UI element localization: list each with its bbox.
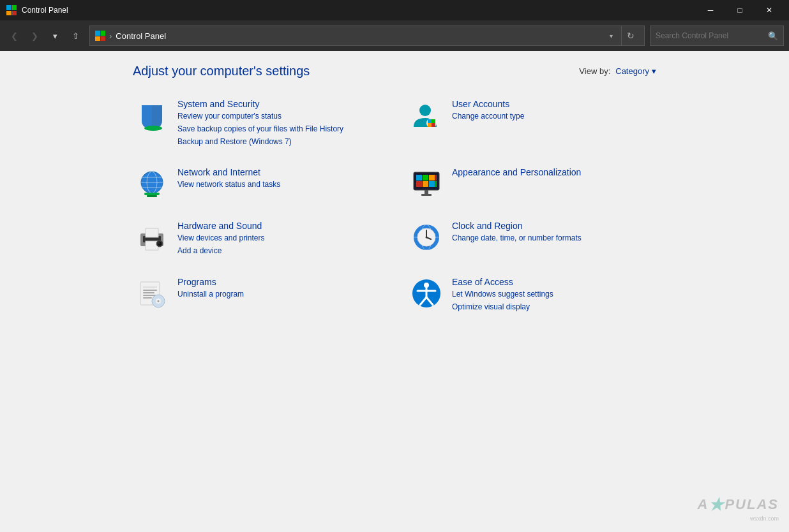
address-bar: › Control Panel ▾ ↻ <box>89 26 645 46</box>
title-bar: Control Panel ─ □ ✕ <box>0 0 789 20</box>
programs-link-1[interactable]: Uninstall a program <box>177 289 244 300</box>
category-ease-of-access: Ease of Access Let Windows suggest setti… <box>407 272 656 318</box>
hardware-sound-link-2[interactable]: Add a device <box>177 246 265 256</box>
network-internet-text: Network and Internet View network status… <box>177 167 280 190</box>
content-area: Adjust your computer's settings View by:… <box>107 51 682 330</box>
hardware-sound-link-1[interactable]: View devices and printers <box>177 233 265 244</box>
ease-of-access-link-2[interactable]: Optimize visual display <box>452 302 553 313</box>
svg-rect-11 <box>428 119 432 123</box>
window-controls: ─ □ ✕ <box>696 0 784 20</box>
svg-rect-3 <box>12 11 17 15</box>
svg-point-39 <box>158 242 160 244</box>
appearance-icon <box>410 167 443 200</box>
clock-region-icon <box>410 221 443 254</box>
system-security-link-3[interactable]: Backup and Restore (Windows 7) <box>177 137 343 147</box>
svg-rect-51 <box>143 295 156 296</box>
system-security-icon <box>135 99 169 132</box>
svg-rect-52 <box>143 297 152 299</box>
address-separator: › <box>109 31 112 41</box>
svg-rect-5 <box>101 31 105 36</box>
svg-rect-35 <box>146 228 158 237</box>
appearance-text: Appearance and Personalization <box>452 167 581 177</box>
system-security-text: System and Security Review your computer… <box>177 99 343 147</box>
address-bar-icon <box>95 31 105 41</box>
category-system-security: System and Security Review your computer… <box>133 94 382 152</box>
clock-region-link-1[interactable]: Change date, time, or number formats <box>452 233 582 244</box>
ease-of-access-text: Ease of Access Let Windows suggest setti… <box>452 277 553 313</box>
forward-button[interactable]: ❯ <box>26 27 43 45</box>
address-dropdown-button[interactable]: ▾ <box>605 29 617 42</box>
main-content: Adjust your computer's settings View by:… <box>0 51 789 532</box>
app-icon <box>6 5 17 15</box>
close-button[interactable]: ✕ <box>755 0 784 20</box>
clock-region-link[interactable]: Clock and Region <box>452 221 582 231</box>
refresh-button[interactable]: ↻ <box>621 26 639 46</box>
user-accounts-link-1[interactable]: Change account type <box>452 111 524 122</box>
programs-text: Programs Uninstall a program <box>177 277 244 300</box>
view-by-chevron-icon: ▾ <box>652 66 656 76</box>
svg-rect-24 <box>423 175 428 181</box>
page-title: Adjust your computer's settings <box>133 64 310 78</box>
header-row: Adjust your computer's settings View by:… <box>126 64 663 78</box>
svg-rect-23 <box>416 175 422 181</box>
view-by-value: Category <box>615 66 649 76</box>
system-security-link[interactable]: System and Security <box>177 99 343 109</box>
hardware-sound-text: Hardware and Sound View devices and prin… <box>177 221 265 256</box>
ease-of-access-link-1[interactable]: Let Windows suggest settings <box>452 289 553 300</box>
up-button[interactable]: ⇧ <box>66 27 84 45</box>
system-security-link-2[interactable]: Save backup copies of your files with Fi… <box>177 124 343 135</box>
svg-rect-4 <box>95 31 100 36</box>
svg-rect-50 <box>143 292 154 293</box>
svg-rect-28 <box>423 181 428 187</box>
svg-rect-49 <box>143 290 157 291</box>
svg-rect-14 <box>432 123 435 127</box>
nav-bar: ❮ ❯ ▾ ⇧ › Control Panel ▾ ↻ 🔍 <box>0 20 789 51</box>
category-network-internet: Network and Internet View network status… <box>133 162 382 205</box>
ease-of-access-link[interactable]: Ease of Access <box>452 277 553 287</box>
network-internet-link-1[interactable]: View network status and tasks <box>177 179 280 190</box>
hardware-sound-icon <box>135 221 169 254</box>
svg-rect-6 <box>95 36 100 41</box>
svg-rect-13 <box>428 123 432 127</box>
window-title: Control Panel <box>22 6 68 15</box>
address-text: Control Panel <box>116 31 601 41</box>
user-accounts-text: User Accounts Change account type <box>452 99 524 122</box>
minimize-button[interactable]: ─ <box>696 0 725 20</box>
appearance-link[interactable]: Appearance and Personalization <box>452 167 581 177</box>
recent-locations-button[interactable]: ▾ <box>46 27 64 45</box>
svg-rect-26 <box>435 175 437 181</box>
maximize-button[interactable]: □ <box>725 0 755 20</box>
user-accounts-link[interactable]: User Accounts <box>452 99 524 109</box>
svg-rect-27 <box>416 181 422 187</box>
svg-rect-12 <box>432 119 435 123</box>
network-internet-link[interactable]: Network and Internet <box>177 167 280 177</box>
svg-rect-2 <box>6 11 11 15</box>
clock-region-text: Clock and Region Change date, time, or n… <box>452 221 582 244</box>
svg-rect-1 <box>12 5 17 10</box>
user-accounts-icon <box>410 99 443 132</box>
programs-icon <box>135 277 169 310</box>
svg-point-38 <box>158 242 162 246</box>
categories-grid: System and Security Review your computer… <box>126 94 663 318</box>
view-by-dropdown[interactable]: Category ▾ <box>615 66 656 76</box>
category-user-accounts: User Accounts Change account type <box>407 94 656 152</box>
title-bar-left: Control Panel <box>6 5 68 15</box>
hardware-sound-link[interactable]: Hardware and Sound <box>177 221 265 231</box>
search-bar: 🔍 <box>650 26 784 46</box>
svg-rect-29 <box>429 181 435 187</box>
programs-link[interactable]: Programs <box>177 277 244 287</box>
svg-point-55 <box>158 300 160 302</box>
svg-rect-20 <box>144 193 160 195</box>
svg-rect-25 <box>429 175 435 181</box>
back-button[interactable]: ❮ <box>5 27 23 45</box>
search-input[interactable] <box>656 31 764 40</box>
svg-rect-21 <box>147 195 157 197</box>
svg-rect-31 <box>425 190 428 194</box>
system-security-link-1[interactable]: Review your computer's status <box>177 111 343 122</box>
category-programs: Programs Uninstall a program <box>133 272 382 318</box>
svg-rect-32 <box>421 194 432 196</box>
network-internet-icon <box>135 167 169 200</box>
search-icon: 🔍 <box>768 31 778 41</box>
svg-point-8 <box>144 126 162 131</box>
view-by-label: View by: <box>579 66 610 76</box>
